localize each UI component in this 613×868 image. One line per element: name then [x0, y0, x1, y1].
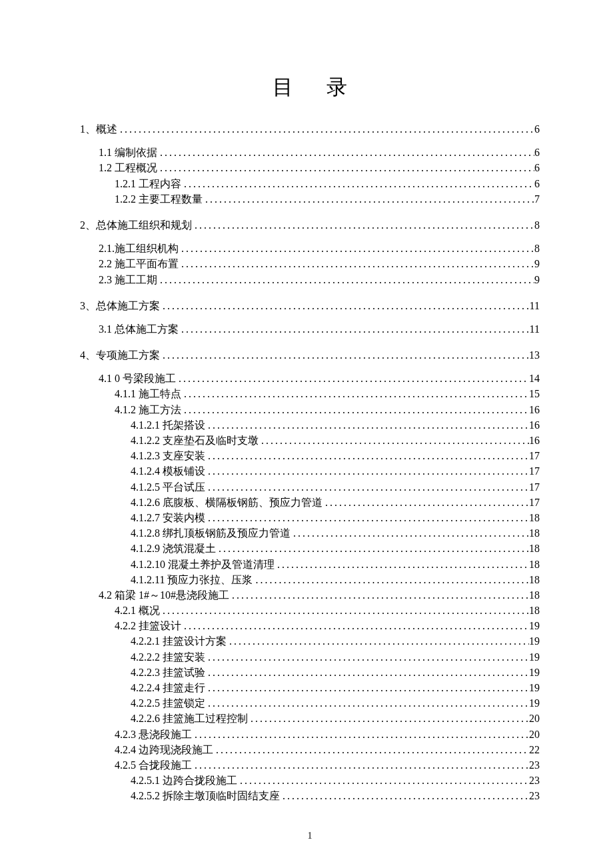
toc-entry: 2.3 施工工期9 — [99, 272, 540, 287]
toc-leader-dots — [205, 510, 529, 525]
toc-entry-page: 19 — [529, 618, 540, 633]
toc-leader-dots — [248, 711, 529, 726]
toc-leader-dots — [205, 463, 529, 479]
toc-entry-page: 18 — [529, 510, 540, 525]
toc-leader-dots — [179, 256, 534, 271]
toc-entry-page: 14 — [529, 371, 540, 386]
toc-entry: 4、专项施工方案13 — [80, 347, 540, 363]
toc-entry-page: 6 — [534, 145, 540, 160]
toc-entry: 4.2.2.5 挂篮锁定19 — [131, 695, 540, 711]
toc-entry: 4.1.2.8 绑扎顶板钢筋及预应力管道18 — [131, 525, 540, 541]
toc-entry-label: 1.2.2 主要工程数量 — [115, 191, 203, 207]
toc-leader-dots — [181, 402, 529, 417]
toc-entry: 4.1.2.11 预应力张拉、压浆18 — [131, 572, 540, 587]
toc-leader-dots — [157, 145, 534, 160]
toc-entry-label: 4.1.1 施工特点 — [115, 386, 181, 401]
toc-entry: 2.2 施工平面布置9 — [99, 256, 540, 271]
toc-leader-dots — [237, 773, 529, 788]
toc-entry-label: 4.1.2.5 平台试压 — [131, 479, 205, 495]
toc-entry-label: 4.2.2.6 挂篮施工过程控制 — [131, 711, 248, 726]
toc-entry: 4.1.2.9 浇筑混凝土18 — [131, 541, 540, 556]
toc-entry: 3.1 总体施工方案11 — [99, 321, 540, 337]
toc-entry: 4.2.2.4 挂篮走行19 — [131, 680, 540, 695]
toc-entry-page: 18 — [529, 541, 540, 556]
toc-entry: 4.2.1 概况18 — [115, 603, 540, 618]
toc-entry-label: 1.2.1 工程内容 — [115, 176, 181, 191]
toc-entry-page: 18 — [529, 572, 540, 587]
toc-entry-label: 4.1.2.1 托架搭设 — [131, 417, 205, 433]
toc-entry: 4.1 0 号梁段施工14 — [99, 371, 540, 386]
toc-entry: 4.2.2.1 挂篮设计方案19 — [131, 633, 540, 649]
toc-entry-label: 2、总体施工组织和规划 — [80, 217, 192, 233]
toc-leader-dots — [157, 272, 534, 287]
page-title: 目录 — [80, 73, 540, 101]
toc-entry: 4.2.5.1 边跨合拢段施工23 — [131, 773, 540, 788]
toc-entry-label: 4.1.2 施工方法 — [115, 402, 181, 417]
toc-entry: 4.1.2.4 模板铺设17 — [131, 463, 540, 479]
toc-leader-dots — [179, 241, 534, 256]
toc-entry-page: 23 — [529, 757, 540, 773]
toc-leader-dots — [205, 665, 529, 680]
toc-entry: 1.2.2 主要工程数量7 — [115, 191, 540, 207]
toc-leader-dots — [205, 479, 529, 495]
toc-entry-page: 18 — [529, 525, 540, 541]
toc-entry-label: 4.2.4 边跨现浇段施工 — [115, 742, 213, 757]
toc-entry-page: 9 — [534, 256, 540, 271]
toc-entry: 2.1.施工组织机构8 — [99, 241, 540, 256]
toc-entry: 4.2.2.2 挂篮安装19 — [131, 649, 540, 665]
toc-entry-label: 1.2 工程概况 — [99, 160, 157, 175]
toc-leader-dots — [203, 191, 534, 207]
toc-entry-label: 4.2.1 概况 — [115, 603, 160, 618]
toc-entry-label: 4.2.2.3 挂篮试验 — [131, 665, 205, 680]
toc-leader-dots — [216, 541, 529, 556]
toc-entry: 4.1.2 施工方法16 — [115, 402, 540, 417]
toc-leader-dots — [322, 495, 529, 510]
toc-entry-label: 4.2 箱梁 1#～10#悬浇段施工 — [99, 587, 229, 603]
toc-leader-dots — [192, 727, 529, 742]
toc-leader-dots — [160, 298, 530, 313]
toc-leader-dots — [205, 649, 529, 665]
toc-entry: 4.2.2 挂篮设计19 — [115, 618, 540, 633]
toc-leader-dots — [160, 603, 529, 618]
toc-leader-dots — [205, 417, 529, 433]
toc-entry-page: 19 — [529, 680, 540, 695]
toc-entry: 4.2.4 边跨现浇段施工22 — [115, 742, 540, 757]
toc-entry-label: 4.1.2.7 安装内模 — [131, 510, 205, 525]
toc-entry-label: 1.1 编制依据 — [99, 145, 157, 160]
toc-entry-label: 4.2.5 合拢段施工 — [115, 757, 192, 773]
toc-entry: 4.1.2.1 托架搭设16 — [131, 417, 540, 433]
toc-leader-dots — [259, 433, 529, 448]
toc-leader-dots — [160, 347, 529, 363]
toc-entry-page: 19 — [529, 665, 540, 680]
toc-entry-page: 17 — [529, 463, 540, 479]
toc-entry-page: 23 — [529, 773, 540, 788]
toc-leader-dots — [179, 321, 530, 337]
toc-entry-label: 4.1.2.3 支座安装 — [131, 448, 205, 463]
toc-entry-page: 20 — [529, 727, 540, 742]
toc-entry-page: 16 — [529, 417, 540, 433]
toc-leader-dots — [176, 371, 529, 386]
toc-entry: 1、概述6 — [80, 121, 540, 137]
toc-entry-label: 4.2.2.5 挂篮锁定 — [131, 695, 205, 711]
toc-entry-label: 4.1.2.11 预应力张拉、压浆 — [131, 572, 253, 587]
toc-entry-page: 18 — [529, 603, 540, 618]
toc-entry: 1.2.1 工程内容6 — [115, 176, 540, 191]
toc-entry: 1.1 编制依据6 — [99, 145, 540, 160]
toc-entry-page: 20 — [529, 711, 540, 726]
toc-leader-dots — [227, 633, 529, 649]
toc-entry-page: 17 — [529, 448, 540, 463]
toc-leader-dots — [157, 160, 534, 175]
toc-entry-label: 1、概述 — [80, 121, 117, 137]
toc-entry: 3、总体施工方案11 — [80, 298, 540, 313]
toc-entry: 4.2.5 合拢段施工23 — [115, 757, 540, 773]
table-of-contents: 1、概述61.1 编制依据61.2 工程概况61.2.1 工程内容61.2.2 … — [80, 121, 540, 804]
toc-entry-page: 18 — [529, 587, 540, 603]
toc-entry-page: 17 — [529, 495, 540, 510]
toc-entry: 4.1.1 施工特点15 — [115, 386, 540, 401]
toc-entry-label: 4.1.2.10 混凝土养护及管道清理 — [131, 557, 275, 572]
toc-leader-dots — [192, 757, 529, 773]
toc-entry-label: 4.2.2.4 挂篮走行 — [131, 680, 205, 695]
toc-entry-page: 6 — [534, 176, 540, 191]
toc-leader-dots — [181, 176, 534, 191]
toc-entry-page: 18 — [529, 557, 540, 572]
